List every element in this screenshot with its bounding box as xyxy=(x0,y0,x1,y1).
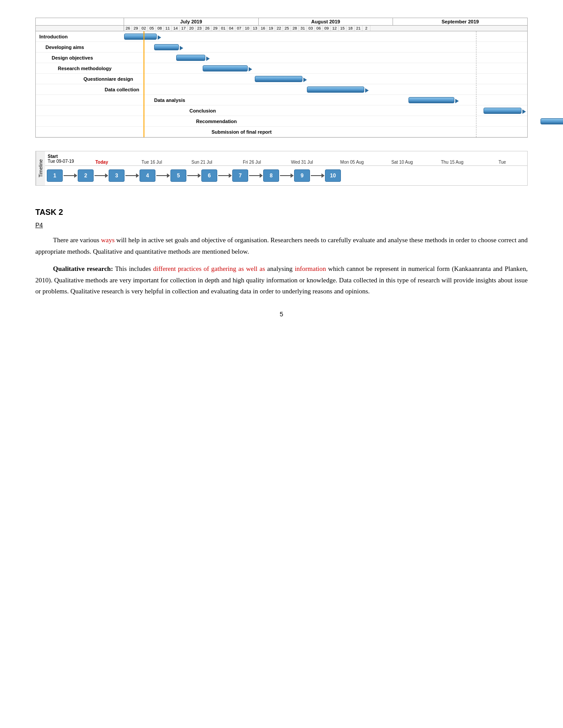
gantt-task-label: Conclusion xyxy=(36,108,216,113)
gantt-date-cell: 14 xyxy=(172,26,180,31)
timeline-arrow xyxy=(249,175,262,176)
gantt-bar xyxy=(203,65,248,71)
gantt-arrow xyxy=(522,109,526,114)
gantt-today-line xyxy=(144,31,144,137)
timeline-arrow xyxy=(311,175,324,176)
gantt-date-cell: 01 xyxy=(219,26,227,31)
gantt-month-july: July 2019 xyxy=(124,18,259,25)
gantt-arrow xyxy=(180,46,183,50)
timeline-date-4: Wed 31 Jul xyxy=(277,160,327,165)
gantt-row: Design objectives xyxy=(36,53,527,63)
gantt-task-label: Data collection xyxy=(36,87,139,92)
red-text-information: information xyxy=(295,265,326,272)
gantt-date-cell: 15 xyxy=(339,26,347,31)
gantt-date-cell: 13 xyxy=(251,26,259,31)
timeline-arrow xyxy=(156,175,170,176)
timeline-header: Start Tue 09-07-19 Today Tue 16 Jul Sun … xyxy=(45,151,527,166)
gantt-date-cell: 08 xyxy=(156,26,164,31)
gantt-row: Recommendation xyxy=(36,116,527,127)
gantt-arrow xyxy=(249,67,252,71)
timeline-date-5: Mon 05 Aug xyxy=(327,160,377,165)
gantt-task-label: Design objectives xyxy=(36,55,124,60)
timeline-task-box: 4 xyxy=(140,169,155,182)
task2-heading: TASK 2 xyxy=(35,208,528,217)
gantt-arrow xyxy=(455,99,459,103)
gantt-month-august: August 2019 xyxy=(259,18,393,25)
gantt-bar xyxy=(484,108,521,114)
gantt-body: IntroductionDeveloping aimsDesign object… xyxy=(36,31,527,137)
gantt-bar-area xyxy=(124,53,527,63)
red-text-1: different practices of gathering as well… xyxy=(153,265,265,272)
timeline-date-1: Tue 16 Jul xyxy=(127,160,177,165)
gantt-date-cell: 16 xyxy=(259,26,267,31)
gantt-task-label: Recommendation xyxy=(36,119,237,124)
timeline-tasks: 12345678910 xyxy=(45,166,527,185)
gantt-row: Developing aims xyxy=(36,42,527,53)
timeline-label: Timeline xyxy=(36,151,45,185)
timeline-date-3: Fri 26 Jul xyxy=(227,160,277,165)
gantt-date-cell: 11 xyxy=(164,26,172,31)
gantt-date-cell: 2 xyxy=(363,26,370,31)
gantt-row: Data collection xyxy=(36,84,527,95)
gantt-date-cell: 18 xyxy=(347,26,355,31)
timeline-start-label: Start xyxy=(48,154,58,159)
gantt-task-label: Data analysis xyxy=(36,98,185,103)
gantt-task-label: Research methodology xyxy=(36,66,124,71)
gantt-date-cell: 29 xyxy=(132,26,140,31)
gantt-bar xyxy=(540,118,563,124)
gantt-date-cell: 06 xyxy=(315,26,323,31)
timeline-task-box: 5 xyxy=(170,169,186,182)
timeline-start-date: Tue 09-07-19 xyxy=(48,159,74,164)
gantt-bar-area xyxy=(124,63,527,73)
timeline-arrow xyxy=(94,175,108,176)
gantt-date-cell: 23 xyxy=(196,26,204,31)
gantt-bar-area xyxy=(124,31,527,41)
gantt-date-cell: 21 xyxy=(355,26,363,31)
timeline-date-8: Tue xyxy=(477,160,527,165)
gantt-arrow xyxy=(206,56,210,61)
timeline-task-box: 6 xyxy=(201,169,217,182)
gantt-date-cell: 26 xyxy=(124,26,132,31)
timeline-arrow xyxy=(125,175,139,176)
gantt-date-cell: 12 xyxy=(331,26,339,31)
timeline-task-box: 2 xyxy=(78,169,94,182)
timeline-date-6: Sat 10 Aug xyxy=(377,160,427,165)
gantt-date-cell: 05 xyxy=(148,26,156,31)
gantt-row: Conclusion xyxy=(36,105,527,116)
ways-text: ways xyxy=(101,236,115,244)
task2-section: TASK 2 P4 There are various ways will he… xyxy=(35,208,528,297)
gantt-chart: July 2019 August 2019 September 2019 262… xyxy=(35,18,528,138)
gantt-bar xyxy=(154,44,179,50)
paragraph-2: Qualitative research: This includes diff… xyxy=(35,263,528,297)
timeline-task-box: 1 xyxy=(47,169,63,182)
timeline-task-box: 3 xyxy=(109,169,125,182)
gantt-arrow xyxy=(158,35,161,40)
gantt-bar-area xyxy=(139,84,527,94)
gantt-row: Research methodology xyxy=(36,63,527,74)
gantt-bar-area xyxy=(133,74,527,84)
page-number: 5 xyxy=(35,311,528,318)
gantt-date-cell: 31 xyxy=(299,26,307,31)
gantt-task-label: Questionniare design xyxy=(36,76,133,82)
gantt-row: Questionniare design xyxy=(36,74,527,84)
gantt-arrow xyxy=(365,88,369,93)
gantt-bar xyxy=(176,55,205,61)
timeline-arrow xyxy=(280,175,293,176)
timeline-task-box: 7 xyxy=(232,169,248,182)
timeline-right: Start Tue 09-07-19 Today Tue 16 Jul Sun … xyxy=(45,151,527,185)
p4-label: P4 xyxy=(35,221,528,229)
gantt-month-header: July 2019 August 2019 September 2019 xyxy=(36,18,527,26)
timeline-task-box: 8 xyxy=(263,169,279,182)
gantt-date-cell: 22 xyxy=(275,26,283,31)
gantt-bar-area xyxy=(124,42,527,52)
gantt-dashed-line xyxy=(476,31,476,137)
paragraph-1: There are various ways will help in acti… xyxy=(35,235,528,257)
gantt-date-cell: 02 xyxy=(140,26,148,31)
gantt-task-label: Developing aims xyxy=(36,45,124,50)
gantt-arrow xyxy=(303,78,307,82)
timeline-chart: Timeline Start Tue 09-07-19 Today Tue 16… xyxy=(35,151,528,186)
timeline-date-2: Sun 21 Jul xyxy=(177,160,227,165)
gantt-date-cell: 09 xyxy=(323,26,331,31)
gantt-date-cell: 25 xyxy=(283,26,291,31)
gantt-task-label: Submission of final report xyxy=(36,129,272,135)
